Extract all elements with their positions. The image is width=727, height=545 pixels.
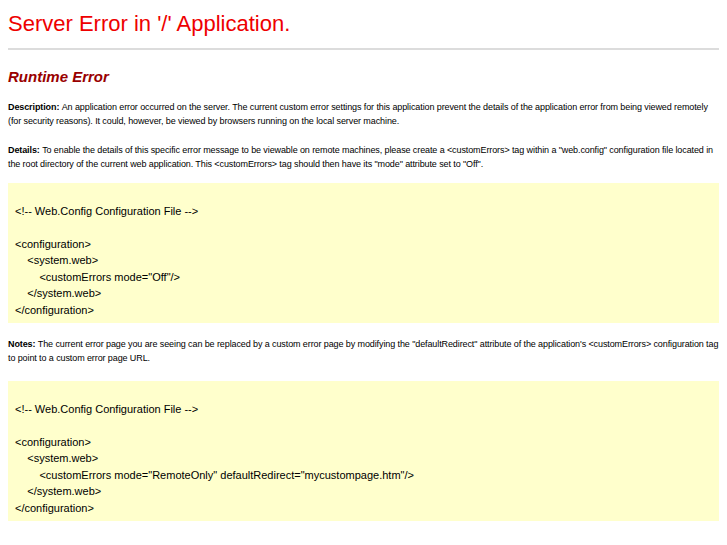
code-block-custom-errors-off: <!-- Web.Config Configuration File --> <…	[8, 183, 719, 323]
description-paragraph: Description: An application error occurr…	[8, 100, 719, 128]
page-title: Server Error in '/' Application.	[8, 11, 719, 37]
details-paragraph: Details: To enable the details of this s…	[8, 143, 719, 171]
notes-text: The current error page you are seeing ca…	[8, 339, 718, 363]
web-config-off-code: <!-- Web.Config Configuration File --> <…	[8, 183, 719, 323]
details-label: Details:	[8, 145, 42, 155]
notes-paragraph: Notes: The current error page you are se…	[8, 337, 719, 365]
notes-label: Notes:	[8, 339, 38, 349]
description-label: Description:	[8, 102, 62, 112]
title-divider	[8, 48, 719, 50]
details-text: To enable the details of this specific e…	[8, 145, 713, 169]
description-text: An application error occurred on the ser…	[8, 102, 708, 126]
web-config-remoteonly-code: <!-- Web.Config Configuration File --> <…	[8, 381, 719, 521]
code-block-custom-errors-remoteonly: <!-- Web.Config Configuration File --> <…	[8, 381, 719, 521]
runtime-error-heading: Runtime Error	[8, 68, 719, 85]
